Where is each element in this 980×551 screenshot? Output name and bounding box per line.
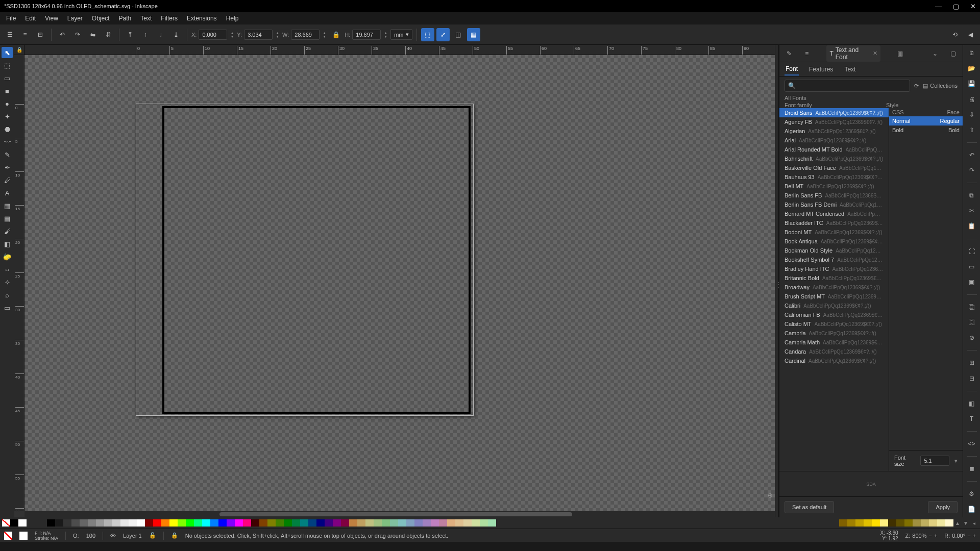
rotate-cw-icon[interactable]: ↷ bbox=[71, 28, 84, 41]
tool-3[interactable]: ■ bbox=[2, 85, 13, 96]
doc-props-icon[interactable]: 📄 bbox=[966, 504, 977, 514]
font-family-item[interactable]: Agency FBAaBbCcIiPpQq12369$€¢?.;/() bbox=[779, 117, 889, 127]
redo-icon[interactable]: ↷ bbox=[966, 165, 977, 176]
flip-h-icon[interactable]: ⇋ bbox=[86, 28, 100, 41]
font-family-item[interactable]: Calisto MTAaBbCcIiPpQq12369$€¢?.;/() bbox=[779, 319, 889, 329]
tool-8[interactable]: ✎ bbox=[2, 149, 13, 160]
swatch[interactable] bbox=[202, 519, 210, 527]
apply-button[interactable]: Apply bbox=[928, 501, 958, 513]
swatch[interactable] bbox=[178, 519, 186, 527]
fill-stroke-tab-icon[interactable]: ✎ bbox=[783, 48, 794, 59]
stroke-swatch-icon[interactable] bbox=[19, 532, 28, 540]
drawn-rectangle[interactable] bbox=[162, 106, 471, 414]
font-family-item[interactable]: CalibriAaBbCcIiPpQq12369$€¢?.;/() bbox=[779, 301, 889, 310]
rotate-inc-icon[interactable]: + bbox=[973, 533, 976, 539]
font-style-list[interactable]: NormalRegularBoldBold bbox=[889, 116, 963, 450]
swatch[interactable] bbox=[472, 519, 480, 527]
import-icon[interactable]: ⇩ bbox=[966, 110, 977, 120]
w-input[interactable]: 28.669 bbox=[291, 30, 320, 40]
font-search-input[interactable]: 🔍 bbox=[785, 80, 910, 92]
font-family-item[interactable]: Bell MTAaBbCcIiPpQq12369$€¢?.;/() bbox=[779, 182, 889, 191]
x-input[interactable]: 0.000 bbox=[199, 30, 227, 40]
ruler-lock-icon[interactable]: 🔒 bbox=[14, 45, 24, 55]
font-family-item[interactable]: Berlin Sans FBAaBbCcIiPpQq12369$€¢?.;/() bbox=[779, 191, 889, 200]
tool-10[interactable]: 🖊 bbox=[2, 174, 13, 186]
tool-17[interactable]: ↔ bbox=[2, 264, 13, 275]
font-family-item[interactable]: Arial Rounded MT BoldAaBbCcIiPpQq12369$€… bbox=[779, 145, 889, 154]
swatch[interactable] bbox=[210, 519, 218, 527]
swatch[interactable] bbox=[243, 519, 251, 527]
opacity-value[interactable]: 100 bbox=[86, 533, 95, 539]
unit-select[interactable]: mm▾ bbox=[390, 29, 412, 40]
prefs-icon[interactable]: ⚙ bbox=[966, 489, 977, 499]
swatch[interactable] bbox=[463, 519, 472, 527]
tool-5[interactable]: ✦ bbox=[2, 111, 13, 122]
menu-object[interactable]: Object bbox=[88, 14, 114, 23]
layer-visibility-icon[interactable]: 👁 bbox=[110, 533, 116, 539]
menu-file[interactable]: File bbox=[2, 14, 20, 23]
swatch[interactable] bbox=[888, 519, 896, 527]
swatch[interactable] bbox=[382, 519, 390, 527]
swatch[interactable] bbox=[235, 519, 243, 527]
zoom-drawing-icon[interactable]: ▣ bbox=[966, 277, 977, 287]
w-dec[interactable]: ▼ bbox=[322, 35, 327, 38]
select-all-layers-icon[interactable]: ☰ bbox=[3, 28, 16, 41]
subtab-features[interactable]: Features bbox=[808, 64, 834, 75]
swatch[interactable] bbox=[47, 519, 55, 527]
swatch[interactable] bbox=[186, 519, 194, 527]
font-family-item[interactable]: Bauhaus 93AaBbCcIiPpQq12369$€¢?.;/() bbox=[779, 172, 889, 182]
h-dec[interactable]: ▼ bbox=[383, 35, 388, 38]
ruler-vertical[interactable]: 0510152025303540455055606570 bbox=[14, 55, 24, 511]
lower-icon[interactable]: ↓ bbox=[154, 28, 167, 41]
tool-2[interactable]: ▭ bbox=[2, 72, 13, 84]
swatch[interactable] bbox=[292, 519, 300, 527]
raise-icon[interactable]: ↑ bbox=[139, 28, 152, 41]
menu-text[interactable]: Text bbox=[136, 14, 156, 23]
menu-edit[interactable]: Edit bbox=[21, 14, 40, 23]
group-icon[interactable]: ⊞ bbox=[966, 358, 977, 368]
palette-menu-icon[interactable]: ◂ bbox=[970, 520, 978, 526]
w-inc[interactable]: ▲ bbox=[322, 31, 327, 35]
tool-15[interactable]: ◧ bbox=[2, 238, 13, 249]
deselect-icon[interactable]: ⊟ bbox=[34, 28, 47, 41]
swatch[interactable] bbox=[929, 519, 937, 527]
zoom-value[interactable]: 800% bbox=[912, 533, 926, 539]
font-family-item[interactable]: Book AntiquaAaBbCcIiPpQq12369$€¢?.;/() bbox=[779, 237, 889, 246]
rotate-value[interactable]: 0.00° bbox=[952, 533, 965, 539]
swatch[interactable] bbox=[341, 519, 349, 527]
font-family-item[interactable]: Bodoni MTAaBbCcIiPpQq12369$€¢?.;/() bbox=[779, 228, 889, 237]
clone-icon[interactable]: ⿴ bbox=[966, 317, 977, 328]
swatch[interactable] bbox=[937, 519, 945, 527]
color-palette[interactable]: ▲▼◂ bbox=[0, 517, 980, 529]
align-dock-icon[interactable]: ≣ bbox=[966, 464, 977, 474]
select-all-icon[interactable]: ≡ bbox=[18, 28, 32, 41]
swatch[interactable] bbox=[104, 519, 112, 527]
swatch[interactable] bbox=[333, 519, 341, 527]
subtab-font[interactable]: Font bbox=[785, 63, 799, 76]
menu-path[interactable]: Path bbox=[115, 14, 136, 23]
rotate-ccw-icon[interactable]: ↶ bbox=[56, 28, 69, 41]
font-family-item[interactable]: Britannic BoldAaBbCcIiPpQq12369$€¢?.;/() bbox=[779, 273, 889, 283]
swatch[interactable] bbox=[913, 519, 921, 527]
print-doc-icon[interactable]: 🖨 bbox=[966, 94, 977, 104]
duplicate-icon[interactable]: ⿻ bbox=[966, 302, 977, 312]
menu-filters[interactable]: Filters bbox=[157, 14, 182, 23]
tool-13[interactable]: ▤ bbox=[2, 213, 13, 224]
maximize-button[interactable]: ▢ bbox=[953, 3, 959, 10]
swatch[interactable] bbox=[439, 519, 447, 527]
swatch[interactable] bbox=[63, 519, 71, 527]
y-dec[interactable]: ▼ bbox=[275, 35, 280, 38]
ungroup-icon[interactable]: ⊟ bbox=[966, 373, 977, 383]
swatch[interactable] bbox=[431, 519, 439, 527]
layer-name[interactable]: Layer 1 bbox=[123, 533, 142, 539]
ruler-horizontal[interactable]: 0510152025303540455055606570758085909510… bbox=[24, 45, 775, 55]
swatch[interactable] bbox=[71, 519, 80, 527]
swatch[interactable] bbox=[137, 519, 145, 527]
color-wheel-icon[interactable]: ⊕ bbox=[768, 492, 773, 499]
ccw-quick-icon[interactable]: ⟲ bbox=[948, 28, 962, 41]
close-button[interactable]: ✕ bbox=[970, 3, 976, 10]
swatch[interactable] bbox=[414, 519, 423, 527]
tool-20[interactable]: ▭ bbox=[2, 302, 13, 313]
swatch[interactable] bbox=[365, 519, 374, 527]
tool-0[interactable]: ⬉ bbox=[2, 47, 13, 58]
